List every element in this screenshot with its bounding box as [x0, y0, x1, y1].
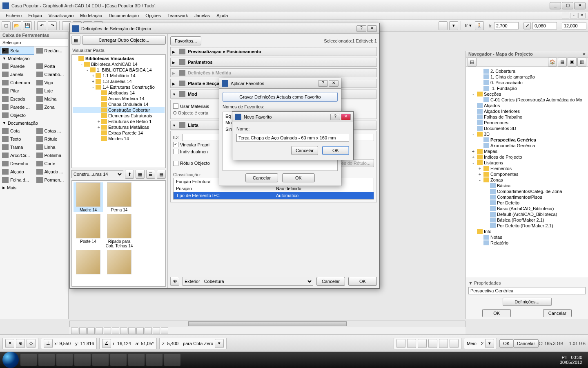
menu-help[interactable]: Ajuda: [213, 12, 231, 19]
taskbar-app-icon[interactable]: [92, 354, 109, 366]
menu-windows[interactable]: Janelas: [191, 12, 213, 19]
zoom-icon[interactable]: [153, 328, 160, 334]
division-icon[interactable]: ▾: [485, 339, 494, 348]
browser-mode-icon[interactable]: ▦: [71, 36, 80, 45]
tool-item[interactable]: Texto: [0, 135, 34, 143]
new-favorite-ok-button[interactable]: OK: [322, 146, 349, 155]
nav-tree-node[interactable]: +Mapas: [467, 148, 587, 154]
library-tree[interactable]: -Bibliotecas Vinculadas-Biblioteca Archi…: [71, 54, 166, 168]
zoom-icon[interactable]: [112, 328, 119, 334]
nav-tree-node[interactable]: -Info: [467, 229, 587, 234]
maximize-button[interactable]: ▢: [562, 2, 573, 9]
snap-icon[interactable]: ✕: [5, 339, 14, 348]
dialog-help-icon[interactable]: ?: [318, 80, 328, 87]
tool-item[interactable]: Cobertura: [0, 79, 34, 87]
object-thumbnails[interactable]: Madre 14Perna 14Poste 14Ripado para Cob.…: [71, 180, 166, 287]
library-tree-node[interactable]: -Biblioteca ArchiCAD 14: [73, 61, 165, 67]
navigator-tree[interactable]: 2. Cobertura1. Cinta de amarração0. Piso…: [466, 67, 588, 278]
nav-tree-node[interactable]: Default (ArchiCAD_Biblioteca): [467, 211, 587, 217]
object-thumbnail[interactable]: [74, 250, 103, 275]
library-tree-node[interactable]: Elementos Estruturais: [73, 113, 165, 119]
zoom-icon[interactable]: [79, 328, 87, 334]
tracker-icon[interactable]: [439, 339, 448, 348]
nav-mode-icon[interactable]: ▤: [468, 58, 477, 67]
nav-tree-node[interactable]: 1. Cinta de amarração: [467, 74, 587, 80]
nav-tree-node[interactable]: Alçados Interiores: [467, 108, 587, 114]
tool-item[interactable]: Alçado ...: [34, 168, 69, 176]
nav-tab-icon[interactable]: ▥: [577, 58, 586, 67]
library-tree-node[interactable]: Abóbadas 14: [73, 90, 165, 96]
zoom-icon[interactable]: [71, 328, 78, 334]
nav-tree-node[interactable]: 0. Piso acabado: [467, 80, 587, 85]
gravity-icon[interactable]: ▾: [215, 339, 224, 348]
tool-item[interactable]: Laje: [34, 87, 69, 95]
tool-item[interactable]: Zona: [34, 103, 69, 111]
folder-select[interactable]: Constru...uras 14: [71, 170, 123, 178]
tool-item[interactable]: Pilar: [0, 87, 34, 95]
mdi-restore[interactable]: ▫: [570, 13, 577, 18]
start-button[interactable]: [2, 352, 19, 368]
nav-tree-node[interactable]: Folhas de Trabalho: [467, 114, 587, 120]
taskbar-app-icon[interactable]: [110, 354, 127, 366]
tool-item[interactable]: Rótulo: [34, 135, 69, 143]
new-favorite-titlebar[interactable]: Novo Favorito ?✕: [232, 112, 353, 122]
up-folder-icon[interactable]: ⬆: [125, 170, 134, 179]
library-tree-node[interactable]: Moldes 14: [73, 136, 165, 141]
nav-tab-icon[interactable]: 🏠: [548, 58, 557, 67]
nav-tab-icon[interactable]: ▣: [568, 58, 577, 67]
nav-tree-node[interactable]: 2. Cobertura: [467, 68, 587, 74]
scrollbar-thumb[interactable]: [188, 321, 346, 326]
tool-item[interactable]: Arco/Cir...: [0, 151, 34, 159]
object-thumbnail[interactable]: Perna 14: [105, 182, 134, 212]
nav-tree-node[interactable]: Por Defeito (RoofMaker 2.1): [467, 223, 587, 229]
nav-tree-node[interactable]: +Índices de Projecto: [467, 154, 587, 160]
nav-tree-node[interactable]: Relatório: [467, 240, 587, 246]
nav-ok-button[interactable]: OK: [482, 309, 511, 317]
menu-edit[interactable]: Edição: [25, 12, 45, 19]
nav-tree-node[interactable]: -Secções: [467, 91, 587, 97]
taskbar-app-icon[interactable]: [56, 354, 73, 366]
new-icon[interactable]: ▢: [2, 21, 11, 30]
tool-item[interactable]: Escada: [0, 95, 34, 103]
system-clock[interactable]: PT 00:30 30/05/2012: [560, 355, 586, 365]
nav-tree-node[interactable]: -Zonas: [467, 177, 587, 183]
nav-tree-node[interactable]: Perspectiva Genérica: [467, 137, 587, 143]
zoom-icon[interactable]: [136, 328, 144, 334]
zoom-icon[interactable]: [145, 328, 152, 334]
nav-tree-node[interactable]: -3D: [467, 131, 587, 137]
nav-tree-node[interactable]: Basic (ArchiCAD_Biblioteca): [467, 206, 587, 211]
zoom-icon[interactable]: [120, 328, 127, 334]
favorite-name-input[interactable]: [236, 134, 349, 142]
nav-tree-node[interactable]: C-01 Cortes (Reconstrução Automática do …: [467, 97, 587, 103]
menu-view[interactable]: Visualização: [45, 12, 77, 19]
taskbar-app-icon[interactable]: [20, 354, 37, 366]
tool-item[interactable]: Parede: [0, 62, 34, 70]
library-tree-node[interactable]: Chapa Ondulada 14: [73, 101, 165, 107]
nav-settings-button[interactable]: Definições...: [503, 298, 552, 306]
favorites-dialog-titlebar[interactable]: Aplicar Favoritos ?✕: [219, 78, 341, 89]
new-favorite-cancel-button[interactable]: Cancelar: [291, 146, 318, 155]
library-tree-node[interactable]: Construção Cobertur: [73, 107, 165, 113]
object-thumbnail[interactable]: Madre 14: [74, 182, 103, 212]
tool-item[interactable]: Janela: [0, 70, 34, 79]
nav-tab-icon[interactable]: ▦: [558, 58, 567, 67]
open-icon[interactable]: 📂: [12, 21, 21, 30]
library-tree-node[interactable]: +Estruturas Metálicas: [73, 124, 165, 130]
use-materials-checkbox[interactable]: [173, 103, 178, 109]
favorites-ok-button[interactable]: OK: [282, 173, 315, 182]
redo-icon[interactable]: ↷: [48, 21, 57, 30]
library-tree-node[interactable]: Asnas Madeira 14: [73, 96, 165, 101]
nav-tree-node[interactable]: Documentos 3D: [467, 126, 587, 131]
nav-tree-node[interactable]: Notas: [467, 234, 587, 240]
undo-icon[interactable]: ↶: [37, 21, 46, 30]
zoom-icon[interactable]: [128, 328, 136, 334]
dialog-close-icon[interactable]: ✕: [367, 25, 377, 32]
favorites-button[interactable]: Favoritos...: [170, 36, 201, 45]
taskbar-app-icon[interactable]: [164, 354, 180, 366]
menu-model[interactable]: Modelação: [77, 12, 105, 19]
view-mode-icon[interactable]: ▤: [157, 170, 166, 179]
object-thumbnail[interactable]: Poste 14: [74, 214, 103, 248]
nav-cancel-button[interactable]: Cancelar: [543, 309, 572, 317]
library-tree-node[interactable]: -Bibliotecas Vinculadas: [73, 56, 165, 61]
horizontal-scrollbar[interactable]: [69, 321, 466, 327]
